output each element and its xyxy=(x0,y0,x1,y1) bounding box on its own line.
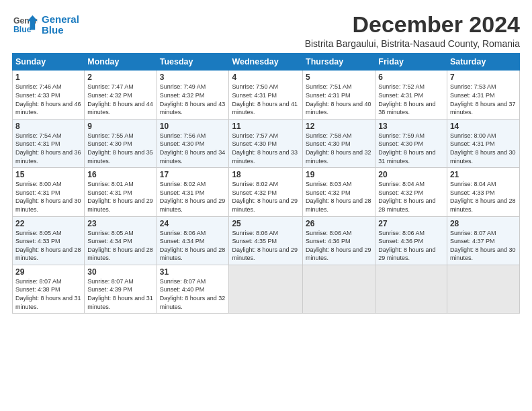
col-sunday: Sunday xyxy=(13,54,85,71)
day-info: Sunrise: 7:54 AMSunset: 4:31 PMDaylight:… xyxy=(15,132,81,165)
day-number: 21 xyxy=(450,170,517,179)
table-row: 28 Sunrise: 8:07 AMSunset: 4:37 PMDaylig… xyxy=(447,216,519,265)
col-friday: Friday xyxy=(375,54,447,71)
day-info: Sunrise: 7:51 AMSunset: 4:31 PMDaylight:… xyxy=(306,83,372,116)
day-number: 18 xyxy=(232,170,300,179)
day-info: Sunrise: 8:02 AMSunset: 4:32 PMDaylight:… xyxy=(232,180,300,214)
day-number: 6 xyxy=(378,73,444,82)
day-number: 24 xyxy=(160,219,226,228)
table-row: 27 Sunrise: 8:06 AMSunset: 4:36 PMDaylig… xyxy=(375,216,447,265)
day-number: 17 xyxy=(160,170,226,179)
day-number: 10 xyxy=(160,122,226,131)
table-row: 12 Sunrise: 7:58 AMSunset: 4:30 PMDaylig… xyxy=(303,119,375,167)
day-info: Sunrise: 8:00 AMSunset: 4:31 PMDaylight:… xyxy=(15,180,81,214)
day-number: 5 xyxy=(306,73,372,82)
day-number: 1 xyxy=(15,73,81,82)
table-row: 11 Sunrise: 7:57 AMSunset: 4:30 PMDaylig… xyxy=(229,119,303,167)
table-row: 10 Sunrise: 7:56 AMSunset: 4:30 PMDaylig… xyxy=(157,119,229,167)
table-row xyxy=(447,265,519,313)
day-info: Sunrise: 8:03 AMSunset: 4:32 PMDaylight:… xyxy=(306,180,372,214)
day-info: Sunrise: 7:57 AMSunset: 4:30 PMDaylight:… xyxy=(232,132,300,165)
day-info: Sunrise: 8:05 AMSunset: 4:34 PMDaylight:… xyxy=(87,229,153,263)
day-number: 25 xyxy=(232,219,300,228)
day-number: 27 xyxy=(378,219,444,228)
day-info: Sunrise: 8:07 AMSunset: 4:39 PMDaylight:… xyxy=(87,277,153,311)
table-row: 13 Sunrise: 7:59 AMSunset: 4:30 PMDaylig… xyxy=(375,119,447,167)
day-info: Sunrise: 7:58 AMSunset: 4:30 PMDaylight:… xyxy=(306,132,372,165)
day-number: 15 xyxy=(15,170,81,179)
table-row: 8 Sunrise: 7:54 AMSunset: 4:31 PMDayligh… xyxy=(13,119,85,167)
table-row: 6 Sunrise: 7:52 AMSunset: 4:31 PMDayligh… xyxy=(375,71,447,119)
calendar-row: 8 Sunrise: 7:54 AMSunset: 4:31 PMDayligh… xyxy=(13,119,520,167)
day-info: Sunrise: 8:06 AMSunset: 4:36 PMDaylight:… xyxy=(378,229,444,263)
table-row: 30 Sunrise: 8:07 AMSunset: 4:39 PMDaylig… xyxy=(85,265,157,313)
day-number: 29 xyxy=(15,267,81,277)
logo: General Blue GeneralBlue xyxy=(12,12,79,38)
col-saturday: Saturday xyxy=(447,54,519,71)
day-info: Sunrise: 8:05 AMSunset: 4:33 PMDaylight:… xyxy=(15,229,81,263)
table-row: 17 Sunrise: 8:02 AMSunset: 4:31 PMDaylig… xyxy=(157,168,229,216)
col-thursday: Thursday xyxy=(303,54,375,71)
logo-text: GeneralBlue xyxy=(42,14,79,36)
day-info: Sunrise: 8:04 AMSunset: 4:32 PMDaylight:… xyxy=(378,180,444,214)
day-info: Sunrise: 8:01 AMSunset: 4:31 PMDaylight:… xyxy=(87,180,153,214)
table-row: 29 Sunrise: 8:07 AMSunset: 4:38 PMDaylig… xyxy=(13,265,85,313)
day-number: 8 xyxy=(15,122,81,131)
day-info: Sunrise: 8:06 AMSunset: 4:36 PMDaylight:… xyxy=(306,229,372,263)
table-row: 18 Sunrise: 8:02 AMSunset: 4:32 PMDaylig… xyxy=(229,168,303,216)
table-row: 25 Sunrise: 8:06 AMSunset: 4:35 PMDaylig… xyxy=(229,216,303,265)
calendar: Sunday Monday Tuesday Wednesday Thursday… xyxy=(12,53,520,314)
calendar-row: 22 Sunrise: 8:05 AMSunset: 4:33 PMDaylig… xyxy=(13,216,520,265)
day-number: 30 xyxy=(87,267,153,277)
table-row: 24 Sunrise: 8:06 AMSunset: 4:34 PMDaylig… xyxy=(157,216,229,265)
day-number: 31 xyxy=(160,267,226,277)
logo-icon: General Blue xyxy=(12,12,38,38)
title-block: December 2024 Bistrita Bargaului, Bistri… xyxy=(305,12,520,49)
day-info: Sunrise: 7:47 AMSunset: 4:32 PMDaylight:… xyxy=(87,83,153,116)
table-row: 26 Sunrise: 8:06 AMSunset: 4:36 PMDaylig… xyxy=(303,216,375,265)
table-row xyxy=(229,265,303,313)
day-info: Sunrise: 7:59 AMSunset: 4:30 PMDaylight:… xyxy=(378,132,444,165)
table-row: 9 Sunrise: 7:55 AMSunset: 4:30 PMDayligh… xyxy=(85,119,157,167)
table-row: 21 Sunrise: 8:04 AMSunset: 4:33 PMDaylig… xyxy=(447,168,519,216)
table-row: 14 Sunrise: 8:00 AMSunset: 4:31 PMDaylig… xyxy=(447,119,519,167)
month-title: December 2024 xyxy=(305,12,520,37)
day-info: Sunrise: 7:52 AMSunset: 4:31 PMDaylight:… xyxy=(378,83,444,116)
table-row: 5 Sunrise: 7:51 AMSunset: 4:31 PMDayligh… xyxy=(303,71,375,119)
day-info: Sunrise: 8:06 AMSunset: 4:35 PMDaylight:… xyxy=(232,229,300,263)
col-tuesday: Tuesday xyxy=(157,54,229,71)
day-number: 19 xyxy=(306,170,372,179)
calendar-header-row: Sunday Monday Tuesday Wednesday Thursday… xyxy=(13,54,520,71)
day-info: Sunrise: 8:00 AMSunset: 4:31 PMDaylight:… xyxy=(450,132,517,165)
table-row: 2 Sunrise: 7:47 AMSunset: 4:32 PMDayligh… xyxy=(85,71,157,119)
day-number: 7 xyxy=(450,73,517,82)
day-number: 9 xyxy=(87,122,153,131)
table-row: 16 Sunrise: 8:01 AMSunset: 4:31 PMDaylig… xyxy=(85,168,157,216)
day-number: 20 xyxy=(378,170,444,179)
table-row xyxy=(375,265,447,313)
day-info: Sunrise: 8:07 AMSunset: 4:40 PMDaylight:… xyxy=(160,277,226,311)
table-row: 1 Sunrise: 7:46 AMSunset: 4:33 PMDayligh… xyxy=(13,71,85,119)
day-info: Sunrise: 7:55 AMSunset: 4:30 PMDaylight:… xyxy=(87,132,153,165)
day-info: Sunrise: 8:06 AMSunset: 4:34 PMDaylight:… xyxy=(160,229,226,263)
table-row: 19 Sunrise: 8:03 AMSunset: 4:32 PMDaylig… xyxy=(303,168,375,216)
day-number: 23 xyxy=(87,219,153,228)
day-info: Sunrise: 8:07 AMSunset: 4:37 PMDaylight:… xyxy=(450,229,517,263)
table-row: 23 Sunrise: 8:05 AMSunset: 4:34 PMDaylig… xyxy=(85,216,157,265)
table-row: 15 Sunrise: 8:00 AMSunset: 4:31 PMDaylig… xyxy=(13,168,85,216)
day-number: 14 xyxy=(450,122,517,131)
day-number: 26 xyxy=(306,219,372,228)
calendar-row: 1 Sunrise: 7:46 AMSunset: 4:33 PMDayligh… xyxy=(13,71,520,119)
day-number: 22 xyxy=(15,219,81,228)
table-row: 3 Sunrise: 7:49 AMSunset: 4:32 PMDayligh… xyxy=(157,71,229,119)
svg-text:Blue: Blue xyxy=(13,25,32,34)
day-info: Sunrise: 7:56 AMSunset: 4:30 PMDaylight:… xyxy=(160,132,226,165)
day-info: Sunrise: 7:46 AMSunset: 4:33 PMDaylight:… xyxy=(15,83,81,116)
day-info: Sunrise: 8:04 AMSunset: 4:33 PMDaylight:… xyxy=(450,180,517,214)
day-info: Sunrise: 8:02 AMSunset: 4:31 PMDaylight:… xyxy=(160,180,226,214)
calendar-row: 15 Sunrise: 8:00 AMSunset: 4:31 PMDaylig… xyxy=(13,168,520,216)
subtitle: Bistrita Bargaului, Bistrita-Nasaud Coun… xyxy=(305,38,520,49)
day-number: 11 xyxy=(232,122,300,131)
day-info: Sunrise: 7:53 AMSunset: 4:31 PMDaylight:… xyxy=(450,83,517,116)
col-monday: Monday xyxy=(85,54,157,71)
